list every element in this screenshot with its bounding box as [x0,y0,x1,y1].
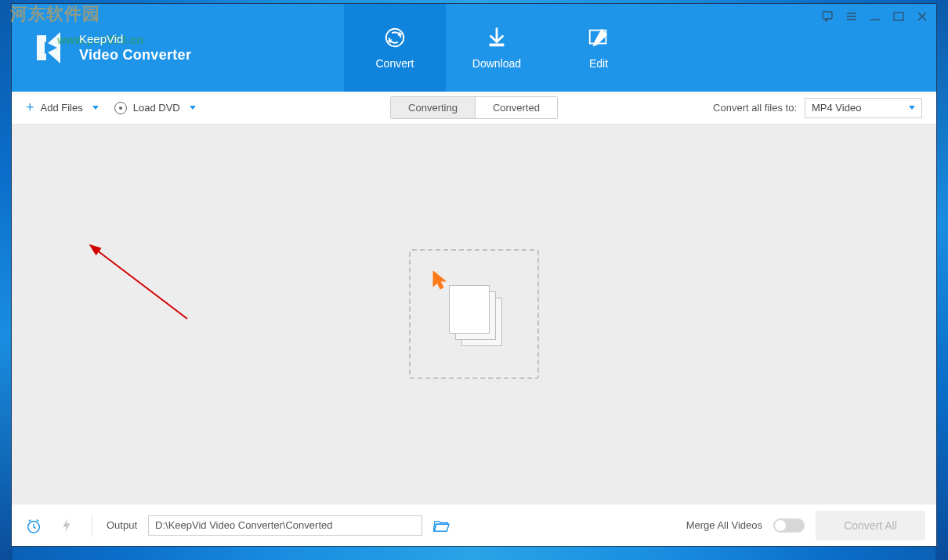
segment-converted[interactable]: Converted [476,97,557,118]
output-format-dropdown[interactable]: MP4 Video [805,98,922,118]
close-icon[interactable] [914,9,930,24]
watermark-site-name: 河东软件园 [10,2,100,26]
maximize-icon[interactable] [891,9,906,24]
edit-icon [587,26,610,49]
open-folder-button[interactable] [433,518,450,533]
load-dvd-button[interactable]: Load DVD [114,102,196,114]
menu-icon[interactable] [844,9,859,24]
tab-convert[interactable]: Convert [344,4,446,92]
convert-all-button[interactable]: Convert All [816,511,925,540]
chevron-down-icon[interactable] [190,106,196,110]
annotation-arrow [85,244,203,330]
download-icon [485,26,508,49]
svg-point-1 [386,29,404,47]
logo-text: KeepVid Video Converter [79,31,191,65]
output-label: Output [107,519,137,531]
svg-rect-4 [490,44,505,47]
app-window: 河东软件园 www.pc0359.cn KeepVid Video Conver… [11,3,937,547]
footer-bar: Output D:\KeepVid Video Converter\Conver… [12,504,936,546]
chevron-down-icon[interactable] [92,106,99,110]
chevron-down-icon [909,106,915,110]
convert-all-label: Convert all files to: [713,102,797,114]
feedback-icon[interactable] [820,9,836,24]
high-speed-icon[interactable] [56,515,78,537]
drop-zone[interactable] [409,249,539,379]
svg-rect-6 [823,12,832,19]
schedule-icon[interactable] [23,515,45,537]
file-stack-icon [446,284,502,345]
plus-icon: + [26,99,34,116]
segment-converting[interactable]: Converting [391,97,476,118]
output-format-value: MP4 Video [812,102,861,114]
disc-icon [114,102,127,114]
add-files-label: Add Files [41,102,83,114]
svg-rect-7 [894,13,903,20]
tab-edit-label: Edit [589,57,608,70]
convert-state-segment: Converting Converted [390,96,558,119]
tab-edit[interactable]: Edit [548,4,649,92]
add-files-button[interactable]: + Add Files [26,99,99,116]
tab-download-label: Download [472,57,521,70]
tab-download[interactable]: Download [446,4,548,92]
merge-label: Merge All Videos [686,519,762,531]
load-dvd-label: Load DVD [133,102,180,114]
toolbar: + Add Files Load DVD Converting Converte… [12,92,936,125]
output-path-dropdown[interactable]: D:\KeepVid Video Converter\Converted [148,515,422,536]
format-selector-group: Convert all files to: MP4 Video [713,98,922,118]
merge-toggle[interactable] [773,518,805,533]
tab-convert-label: Convert [375,57,414,70]
main-tabs: Convert Download Edit [344,4,649,92]
logo-line1: KeepVid [79,31,191,47]
header-bar: 河东软件园 www.pc0359.cn KeepVid Video Conver… [12,4,936,92]
logo-line2: Video Converter [79,46,191,64]
window-controls [820,9,930,24]
output-path-value: D:\KeepVid Video Converter\Converted [155,519,332,531]
minimize-icon[interactable] [867,9,883,24]
folder-open-icon [433,518,450,533]
logo-block: 河东软件园 www.pc0359.cn KeepVid Video Conver… [12,4,309,92]
divider [92,514,92,537]
workspace [12,125,936,504]
svg-line-8 [96,250,187,319]
cursor-icon [430,269,452,294]
convert-icon [383,26,407,49]
